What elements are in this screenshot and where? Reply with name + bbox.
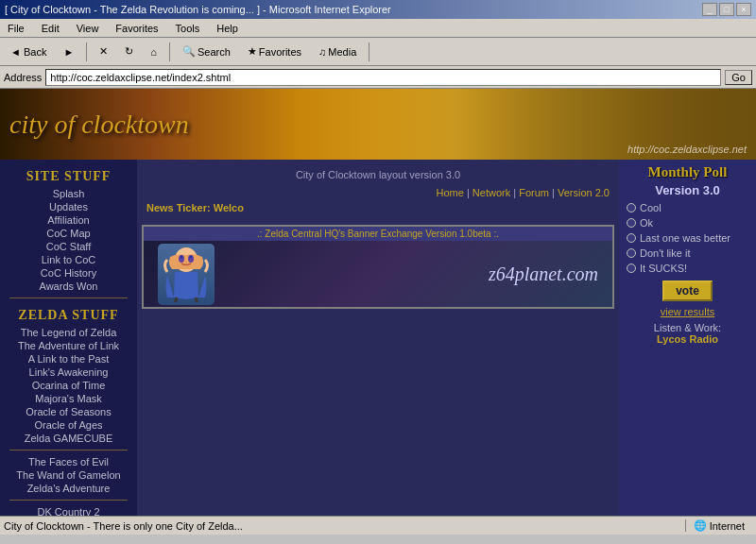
poll-option-last-one[interactable]: Last one was better (624, 230, 751, 246)
search-button[interactable]: 🔍 Search (176, 42, 237, 60)
close-button[interactable]: × (736, 3, 751, 16)
news-ticker: News Ticker: Welco (142, 200, 614, 215)
sidebar-item-awards[interactable]: Awards Won (0, 280, 137, 293)
banner-header: .: Zelda Central HQ's Banner Exchange Ve… (144, 227, 612, 241)
lycos-radio-link[interactable]: Lycos Radio (624, 333, 751, 345)
sidebar-item-majoras-mask[interactable]: Majora's Mask (0, 392, 137, 405)
sidebar-item-updates[interactable]: Updates (0, 200, 137, 213)
site-title: city of clocktown (0, 110, 189, 140)
sidebar-item-ocarina[interactable]: Ocarina of Time (0, 379, 137, 392)
sidebar-item-oracle-seasons[interactable]: Oracle of Seasons (0, 405, 137, 418)
vote-button[interactable]: vote (662, 280, 713, 301)
sidebar-item-splash[interactable]: Splash (0, 187, 137, 200)
window-title: [ City of Clocktown - The Zelda Revoluti… (5, 4, 391, 15)
address-input[interactable] (45, 69, 721, 86)
nav-version[interactable]: Version 2.0 (558, 187, 610, 198)
poll-label-dont-like: Don't like it (640, 247, 690, 259)
toolbar-separator-2 (169, 42, 170, 61)
sidebar-item-dk-country[interactable]: DK Country 2 (0, 505, 137, 516)
sidebar-divider-2 (9, 450, 128, 450)
main-layout: SITE STUFF Splash Updates Affiliation Co… (0, 160, 756, 516)
sidebar-item-legend-zelda[interactable]: The Legend of Zelda (0, 326, 137, 339)
title-bar: [ City of Clocktown - The Zelda Revoluti… (0, 0, 756, 19)
forward-button[interactable]: ► (57, 43, 80, 60)
go-button[interactable]: Go (725, 70, 752, 85)
toolbar-separator (86, 42, 87, 61)
refresh-button[interactable]: ↻ (118, 42, 140, 60)
sidebar-item-faces-evil[interactable]: The Faces of Evil (0, 455, 137, 468)
site-url-overlay: http://coc.zeldaxclipse.net (627, 144, 747, 155)
poll-radio-dont-like[interactable] (627, 248, 636, 258)
menu-bar: File Edit View Favorites Tools Help (0, 19, 756, 38)
internet-zone-icon: 🌐 (694, 519, 707, 532)
toolbar-separator-3 (369, 42, 369, 61)
poll-label-it-sucks: It SUCKS! (640, 263, 687, 274)
layout-version: City of Clocktown layout version 3.0 (142, 164, 614, 185)
sidebar-item-link-past[interactable]: A Link to the Past (0, 352, 137, 366)
menu-edit[interactable]: Edit (38, 22, 63, 35)
status-text: City of Clocktown - There is only one Ci… (4, 520, 681, 532)
poll-option-dont-like[interactable]: Don't like it (624, 246, 751, 261)
menu-file[interactable]: File (4, 22, 28, 35)
poll-label-ok: Ok (640, 217, 653, 229)
menu-tools[interactable]: Tools (172, 22, 204, 35)
sidebar-item-links-awakening[interactable]: Link's Awakening (0, 366, 137, 379)
banner-character (158, 244, 215, 305)
sidebar-item-zelda-gc[interactable]: Zelda GAMECUBE (0, 432, 137, 445)
poll-radio-ok[interactable] (627, 218, 636, 228)
right-panel: Monthly Poll Version 3.0 Cool Ok Last on… (619, 160, 756, 516)
nav-network[interactable]: Network (472, 187, 510, 198)
site-header: city of clocktown http://coc.zeldaxclips… (0, 89, 756, 160)
svg-point-4 (190, 256, 193, 259)
internet-zone-label: Internet (710, 520, 745, 532)
site-stuff-title: SITE STUFF (0, 164, 137, 187)
status-bar: City of Clocktown - There is only one Ci… (0, 516, 756, 535)
view-results-link[interactable]: view results (624, 306, 751, 317)
poll-radio-cool[interactable] (627, 203, 636, 212)
sidebar-item-oracle-ages[interactable]: Oracle of Ages (0, 418, 137, 432)
sidebar-item-coc-staff[interactable]: CoC Staff (0, 240, 137, 253)
banner-area: .: Zelda Central HQ's Banner Exchange Ve… (142, 225, 614, 309)
poll-label-last-one: Last one was better (640, 232, 730, 244)
sidebar-item-coc-map[interactable]: CoC Map (0, 227, 137, 240)
home-button[interactable]: ⌂ (144, 43, 163, 60)
left-sidebar: SITE STUFF Splash Updates Affiliation Co… (0, 160, 137, 516)
sidebar-divider-1 (9, 298, 128, 298)
sidebar-item-coc-history[interactable]: CoC History (0, 266, 137, 280)
menu-view[interactable]: View (73, 22, 103, 35)
news-ticker-label: News Ticker: (146, 202, 211, 213)
zelda-stuff-title: ZELDA STUFF (0, 303, 137, 326)
title-bar-buttons[interactable]: _ □ × (702, 3, 751, 16)
poll-subtitle: Version 3.0 (624, 180, 751, 200)
sidebar-item-link-to-coc[interactable]: Link to CoC (0, 253, 137, 266)
banner-content: z64planet.com (144, 241, 612, 307)
address-label: Address (4, 72, 42, 83)
address-bar: Address Go (0, 66, 756, 89)
poll-option-cool[interactable]: Cool (624, 200, 751, 215)
menu-help[interactable]: Help (213, 22, 242, 35)
status-zone: 🌐 Internet (685, 519, 752, 532)
poll-radio-last-one[interactable] (627, 233, 636, 243)
sidebar-item-adventure-link[interactable]: The Adventure of Link (0, 339, 137, 352)
back-button[interactable]: ◄ Back (4, 43, 53, 60)
maximize-button[interactable]: □ (719, 3, 734, 16)
minimize-button[interactable]: _ (702, 3, 717, 16)
nav-forum[interactable]: Forum (519, 187, 549, 198)
nav-home[interactable]: Home (437, 187, 464, 198)
menu-favorites[interactable]: Favorites (112, 22, 162, 35)
poll-radio-it-sucks[interactable] (627, 264, 636, 273)
listen-work-text: Listen & Work: (624, 322, 751, 333)
sidebar-item-affiliation[interactable]: Affiliation (0, 213, 137, 227)
sidebar-divider-3 (9, 500, 128, 501)
sidebar-item-zeldas-adventure[interactable]: Zelda's Adventure (0, 482, 137, 495)
poll-option-it-sucks[interactable]: It SUCKS! (624, 261, 751, 276)
svg-point-3 (180, 256, 183, 259)
favorites-button[interactable]: ★ Favorites (241, 42, 308, 60)
poll-title: Monthly Poll (624, 164, 751, 180)
poll-option-ok[interactable]: Ok (624, 215, 751, 230)
sidebar-item-wand-gamelon[interactable]: The Wand of Gamelon (0, 468, 137, 482)
toolbar: ◄ Back ► ✕ ↻ ⌂ 🔍 Search ★ Favorites ♫ Me… (0, 38, 756, 66)
stop-button[interactable]: ✕ (93, 42, 114, 60)
news-ticker-text: Welco (214, 202, 244, 213)
media-button[interactable]: ♫ Media (312, 43, 363, 60)
